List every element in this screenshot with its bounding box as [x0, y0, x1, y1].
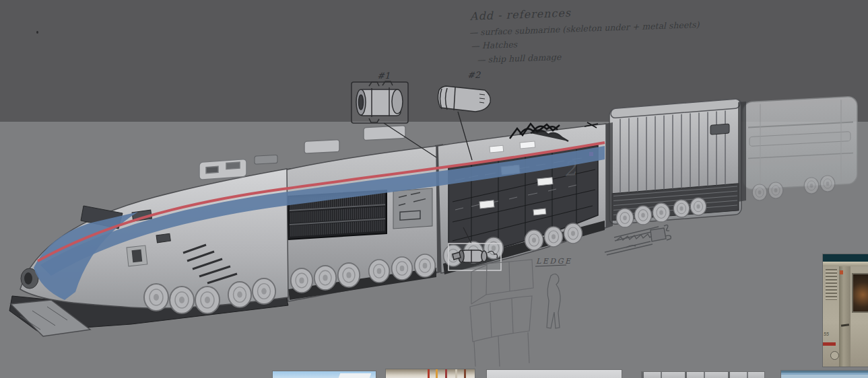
thumbnail-structure: [339, 373, 372, 378]
train-car-2-radiator: [281, 125, 438, 301]
train-concept-sketch: 2: [0, 0, 868, 378]
component-2-label: #2: [467, 70, 481, 80]
reference-thumbnail-4[interactable]: [642, 372, 764, 378]
reference-thumbnail-3[interactable]: [487, 370, 622, 378]
reference-photo-train-door[interactable]: 55: [823, 254, 868, 367]
photo-round-badge: [830, 351, 839, 360]
component-sketch-2: #2: [438, 70, 490, 112]
thumbnail-flag: [428, 369, 430, 378]
scale-figure: [547, 274, 560, 328]
photo-roof-edge: [823, 262, 868, 266]
thumbnail-flag: [455, 369, 457, 378]
crane-sketch: [605, 225, 671, 255]
thumbnail-flag: [464, 369, 466, 378]
photo-red-stripe: [823, 342, 836, 346]
ledge-label: LEDGE: [536, 257, 572, 266]
reference-thumbnail-5[interactable]: [781, 371, 868, 378]
photo-warning-decal: [840, 270, 843, 274]
photo-door-window: [852, 273, 868, 313]
reference-thumbnail-1[interactable]: [273, 371, 376, 378]
photo-marking: 55: [824, 332, 829, 336]
photo-vent-grille: [826, 269, 837, 300]
photo-roof-band: [823, 254, 868, 262]
thumbnail-flag: [436, 369, 438, 378]
component-sketch-1: #1: [352, 71, 408, 123]
reference-thumbnail-2[interactable]: [386, 369, 475, 378]
thumbnail-flag: [445, 369, 447, 378]
train-car-5-ghost: [743, 96, 857, 200]
component-1-label: #1: [377, 71, 390, 81]
photo-door-column: [839, 266, 850, 367]
train-car-4-ribbed: [609, 99, 741, 227]
art-canvas: Add - references — surface submarine (sk…: [0, 0, 868, 378]
ledge-sketch: [470, 260, 533, 367]
motor-detail-box: [448, 243, 501, 270]
thumbnail-platform-marks: [642, 372, 764, 378]
